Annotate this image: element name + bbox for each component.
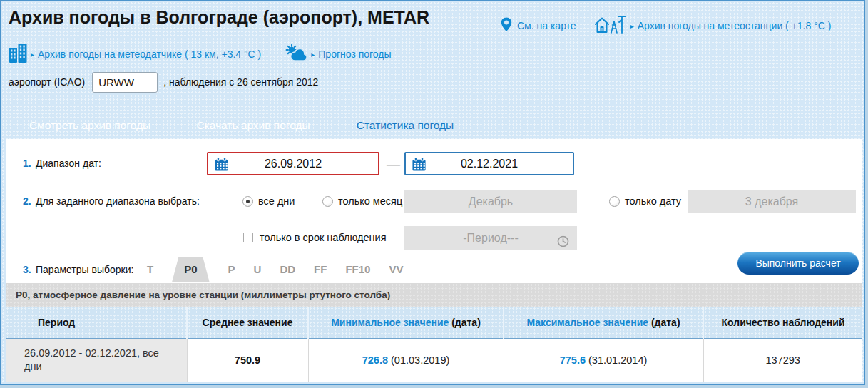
obs-time-label[interactable]: только в срок наблюдения: [260, 226, 387, 250]
header-links-second: ▸ Архив погоды на метеодатчике ( 13 км, …: [9, 39, 392, 70]
step1-label: Диапазон дат:: [36, 152, 101, 175]
min-date: (01.03.2019): [388, 354, 449, 366]
calendar-icon: [412, 157, 427, 175]
col-period: Период: [6, 307, 187, 338]
radio-all-days-label[interactable]: все дни: [258, 190, 295, 213]
col-average: Среднее значение: [187, 307, 308, 338]
weather-station-icon: [593, 14, 628, 37]
table-row: 26.09.2012 - 02.12.2021, все дни 750.9 7…: [6, 338, 862, 382]
page-title: Архив погоды в Волгограде (аэропорт), ME…: [9, 7, 429, 28]
period-select[interactable]: -Период---: [404, 226, 577, 250]
date-from-field[interactable]: 26.09.2012: [207, 152, 379, 175]
param-p0[interactable]: P0: [172, 257, 209, 282]
param-vv[interactable]: VV: [389, 257, 403, 282]
cell-average: 750.9: [187, 338, 308, 382]
period-value: -Период---: [463, 232, 518, 244]
step3-label: Параметры выборки:: [36, 257, 133, 282]
param-u[interactable]: U: [254, 257, 262, 282]
step2-label: Для заданного диапазона выбрать:: [36, 190, 200, 213]
month-select[interactable]: Декабрь: [404, 190, 577, 213]
tab-weather-statistics[interactable]: Статистика погоды: [337, 111, 474, 140]
forecast-cloud-icon: [285, 44, 308, 65]
step1-number: 1.: [23, 152, 31, 175]
col-maximum: Максимальное значение (дата): [504, 307, 703, 338]
min-value-link[interactable]: 726.8: [362, 354, 388, 366]
link-arrow-icon: ▸: [630, 22, 634, 30]
radio-all-days[interactable]: [242, 196, 253, 207]
max-date: (31.01.2014): [586, 354, 647, 366]
icao-row: аэропорт (ICAO) , наблюдения с 26 сентяб…: [9, 70, 318, 94]
icao-input[interactable]: [92, 72, 158, 93]
day-select[interactable]: 3 декабря: [688, 190, 856, 213]
radio-only-month[interactable]: [322, 196, 333, 207]
link-arrow-icon: ▸: [31, 51, 34, 58]
param-p[interactable]: P: [228, 257, 235, 282]
col-minimum: Минимальное значение (дата): [308, 307, 504, 338]
obs-time-checkbox[interactable]: [243, 233, 253, 242]
cell-count: 137293: [703, 338, 862, 382]
param-t[interactable]: T: [147, 257, 153, 282]
max-value-sort-link[interactable]: Максимальное значение: [526, 317, 648, 328]
clock-icon: [557, 232, 569, 255]
param-dd[interactable]: DD: [280, 257, 295, 282]
step3-number: 3.: [23, 257, 31, 282]
radio-only-month-label[interactable]: только месяц: [338, 190, 402, 213]
statistics-table: Период Среднее значение Минимальное знач…: [6, 307, 862, 382]
buildings-icon: [9, 43, 28, 66]
col-max-suffix: (дата): [648, 317, 680, 328]
col-min-suffix: (дата): [449, 317, 481, 328]
icao-label: аэропорт (ICAO): [9, 76, 85, 88]
max-value-link[interactable]: 775.6: [560, 354, 586, 366]
cell-period: 26.09.2012 - 02.12.2021, все дни: [6, 338, 187, 382]
header-links-top: См. на карте ▸ Архив погоды на метеостан…: [501, 10, 831, 41]
radio-only-date-label[interactable]: только дату: [625, 190, 681, 213]
observations-note: , наблюдения с 26 сентября 2012: [163, 76, 318, 88]
parameter-tabs: T P0 P U DD FF FF10 VV: [147, 257, 403, 282]
main-tabs: Смотреть архив погоды Скачать архив пого…: [10, 111, 477, 140]
sensor-archive-link[interactable]: Архив погоды на метеодатчике ( 13 км, +3…: [38, 48, 261, 60]
weather-archive-page: Архив погоды в Волгограде (аэропорт), ME…: [0, 0, 865, 385]
cell-maximum: 775.6 (31.01.2014): [504, 338, 703, 382]
forecast-link[interactable]: Прогноз погоды: [318, 48, 391, 60]
date-to-value: 02.12.2021: [406, 153, 573, 175]
min-value-sort-link[interactable]: Минимальное значение: [331, 317, 449, 328]
tab-view-archive[interactable]: Смотреть архив погоды: [10, 111, 170, 139]
table-header-row: Период Среднее значение Минимальное знач…: [6, 307, 862, 338]
station-archive-link[interactable]: Архив погоды на метеостанции ( +1.8 °C ): [638, 20, 832, 31]
calendar-icon: [214, 157, 229, 175]
date-from-value: 26.09.2012: [208, 153, 378, 175]
date-range-dash: —: [387, 152, 400, 175]
col-count: Количество наблюдений: [703, 307, 862, 338]
location-pin-icon: [501, 17, 512, 35]
statistics-form-panel: 1. Диапазон дат: 26.09.2012 —: [6, 139, 862, 283]
tab-download-archive[interactable]: Скачать архив погоды: [173, 111, 333, 139]
map-link[interactable]: См. на карте: [517, 20, 576, 31]
date-to-field[interactable]: 02.12.2021: [404, 152, 574, 175]
radio-only-date[interactable]: [609, 196, 620, 207]
param-ff[interactable]: FF: [314, 257, 327, 282]
step2-number: 2.: [23, 190, 31, 213]
section-title-bar: P0, атмосферное давление на уровне станц…: [6, 283, 862, 307]
param-ff10[interactable]: FF10: [345, 257, 370, 282]
run-calculation-button[interactable]: Выполнить расчет: [737, 252, 859, 275]
link-arrow-icon: ▸: [311, 51, 315, 58]
cell-minimum: 726.8 (01.03.2019): [308, 338, 504, 382]
